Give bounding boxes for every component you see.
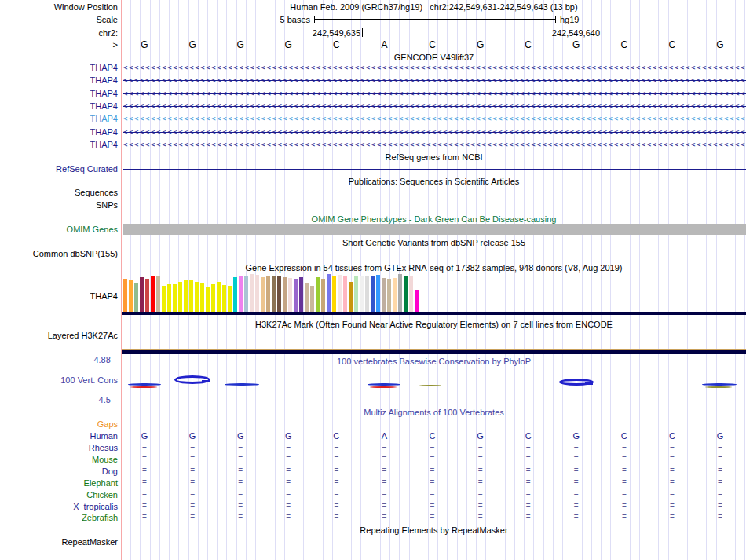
gtex-expression-bar bbox=[376, 275, 380, 312]
multiz-human-row[interactable]: GGGGCACGCGCCG bbox=[122, 431, 746, 441]
gtex-expression-bar bbox=[244, 276, 248, 312]
align-identity-mark: = bbox=[330, 478, 342, 486]
gencode-gene-row[interactable]: <<<<<<<<<<<<<<<<<<<<<<<<<<<<<<<<<<<<<<<<… bbox=[123, 77, 746, 83]
multiz-title[interactable]: Multiz Alignments of 100 Vertebrates bbox=[122, 408, 746, 417]
align-base-letter: C bbox=[329, 431, 343, 441]
gtex-title[interactable]: Gene Expression in 54 tissues from GTEx … bbox=[122, 263, 746, 273]
align-identity-mark: = bbox=[618, 501, 631, 510]
gtex-expression-bar bbox=[156, 276, 160, 312]
track-label-layered-h3k27ac[interactable]: Layered H3K27Ac bbox=[0, 331, 119, 340]
track-label-refseq-curated[interactable]: RefSeq Curated bbox=[0, 164, 119, 174]
multiz-alignment-row[interactable]: ============= bbox=[122, 489, 746, 500]
align-identity-mark: = bbox=[570, 489, 583, 498]
multiz-species-label[interactable]: Human bbox=[0, 431, 119, 441]
gencode-gene-label[interactable]: THAP4 bbox=[0, 101, 119, 111]
multiz-alignment-row[interactable]: ============= bbox=[122, 478, 746, 488]
gtex-expression-bar bbox=[206, 287, 210, 312]
multiz-alignment-row[interactable]: ============= bbox=[122, 512, 746, 522]
align-base-letter: C bbox=[521, 431, 536, 441]
gencode-gene-label[interactable]: THAP4 bbox=[0, 89, 119, 98]
multiz-alignment-row[interactable]: ============= bbox=[122, 501, 746, 511]
dbsnp-title[interactable]: Short Genetic Variants from dbSNP releas… bbox=[122, 238, 746, 247]
gencode-gene-label[interactable]: THAP4 bbox=[0, 63, 119, 72]
multiz-alignment-row[interactable]: ============= bbox=[122, 454, 746, 464]
gtex-expression-bar bbox=[151, 276, 155, 312]
align-identity-mark: = bbox=[618, 466, 631, 474]
conservation-glyph-neg bbox=[705, 386, 732, 388]
align-identity-mark: = bbox=[378, 454, 390, 463]
conservation-glyph-g bbox=[559, 379, 594, 386]
gtex-expression-bar bbox=[140, 277, 144, 312]
multiz-species-label[interactable]: Chicken bbox=[0, 490, 119, 500]
track-label-sequences[interactable]: Sequences bbox=[0, 188, 119, 197]
gencode-gene-label[interactable]: THAP4 bbox=[0, 114, 119, 123]
align-identity-mark: = bbox=[474, 442, 487, 451]
gtex-expression-bar bbox=[299, 277, 303, 312]
gtex-expression-bar bbox=[387, 279, 391, 312]
track-label-gtex-gene[interactable]: THAP4 bbox=[0, 291, 119, 301]
h3k27ac-title[interactable]: H3K27Ac Mark (Often Found Near Active Re… bbox=[122, 320, 746, 329]
gtex-expression-bar bbox=[409, 276, 413, 312]
gencode-gene-row[interactable]: <<<<<<<<<<<<<<<<<<<<<<<<<<<<<<<<<<<<<<<<… bbox=[123, 90, 746, 97]
gencode-gene-row[interactable]: <<<<<<<<<<<<<<<<<<<<<<<<<<<<<<<<<<<<<<<<… bbox=[123, 103, 746, 109]
gencode-title[interactable]: GENCODE V49lift37 bbox=[122, 53, 746, 62]
align-identity-mark: = bbox=[378, 442, 390, 451]
align-identity-mark: = bbox=[282, 501, 294, 510]
gencode-gene-row[interactable]: <<<<<<<<<<<<<<<<<<<<<<<<<<<<<<<<<<<<<<<<… bbox=[123, 115, 746, 122]
align-identity-mark: = bbox=[570, 442, 583, 451]
gtex-expression-bar bbox=[255, 275, 259, 312]
ruler-base-letter: G bbox=[281, 39, 295, 50]
multiz-alignment-row[interactable]: ============= bbox=[122, 466, 746, 476]
align-identity-mark: = bbox=[426, 454, 438, 463]
multiz-species-label[interactable]: Elephant bbox=[0, 478, 119, 488]
align-identity-mark: = bbox=[522, 442, 535, 451]
omim-gene-bar[interactable] bbox=[123, 224, 746, 235]
multiz-species-label[interactable]: Dog bbox=[0, 467, 119, 476]
gtex-expression-bar bbox=[277, 276, 281, 312]
multiz-species-label[interactable]: X_tropicalis bbox=[0, 502, 119, 511]
align-identity-mark: = bbox=[618, 478, 631, 486]
conservation-glyph-neg bbox=[130, 386, 157, 388]
gencode-gene-row[interactable]: <<<<<<<<<<<<<<<<<<<<<<<<<<<<<<<<<<<<<<<<… bbox=[123, 141, 746, 148]
multiz-alignment-row[interactable]: ============= bbox=[122, 442, 746, 452]
align-base-letter: G bbox=[233, 431, 247, 441]
track-label-omim-genes[interactable]: OMIM Genes bbox=[0, 225, 119, 234]
gtex-expression-bar bbox=[338, 275, 342, 312]
multiz-species-label[interactable]: Gaps bbox=[0, 419, 119, 429]
multiz-species-label[interactable]: Zebrafish bbox=[0, 513, 119, 522]
repeatmasker-title[interactable]: Repeating Elements by RepeatMasker bbox=[122, 525, 746, 535]
window-position-label: Window Position bbox=[0, 2, 119, 12]
multiz-species-label[interactable]: Mouse bbox=[0, 455, 119, 464]
position-title: Human Feb. 2009 (GRCh37/hg19) chr2:242,5… bbox=[122, 2, 746, 12]
omim-title[interactable]: OMIM Gene Phenotypes - Dark Green Can Be… bbox=[122, 214, 746, 224]
publications-title[interactable]: Publications: Sequences in Scientific Ar… bbox=[122, 177, 746, 186]
track-label-snps[interactable]: SNPs bbox=[0, 200, 119, 210]
gtex-barchart[interactable] bbox=[123, 274, 422, 312]
align-identity-mark: = bbox=[474, 512, 487, 521]
align-identity-mark: = bbox=[570, 512, 583, 521]
gtex-expression-bar bbox=[316, 277, 320, 312]
align-identity-mark: = bbox=[666, 489, 678, 498]
align-identity-mark: = bbox=[234, 512, 247, 521]
track-label-100-vert-cons[interactable]: 100 Vert. Cons bbox=[0, 375, 119, 385]
align-base-letter: G bbox=[713, 431, 727, 441]
ruler-base-letter: G bbox=[569, 39, 583, 50]
gencode-gene-row[interactable]: <<<<<<<<<<<<<<<<<<<<<<<<<<<<<<<<<<<<<<<<… bbox=[123, 64, 746, 71]
gtex-expression-bar bbox=[349, 282, 353, 312]
align-identity-mark: = bbox=[666, 442, 678, 451]
gtex-expression-bar bbox=[178, 282, 182, 312]
gencode-gene-label[interactable]: THAP4 bbox=[0, 75, 119, 85]
gencode-gene-row[interactable]: <<<<<<<<<<<<<<<<<<<<<<<<<<<<<<<<<<<<<<<<… bbox=[123, 129, 746, 135]
refseq-title[interactable]: RefSeq genes from NCBI bbox=[122, 152, 746, 162]
track-label-repeatmasker[interactable]: RepeatMasker bbox=[0, 537, 119, 547]
track-label-common-dbsnp[interactable]: Common dbSNP(155) bbox=[0, 249, 119, 258]
align-identity-mark: = bbox=[282, 442, 294, 451]
align-identity-mark: = bbox=[714, 454, 726, 463]
refseq-curated-line[interactable] bbox=[123, 169, 746, 170]
conservation-title[interactable]: 100 vertebrates Basewise Conservation by… bbox=[122, 357, 746, 366]
align-identity-mark: = bbox=[186, 478, 199, 486]
gtex-expression-bar bbox=[332, 276, 336, 312]
multiz-species-label[interactable]: Rhesus bbox=[0, 443, 119, 452]
gencode-gene-label[interactable]: THAP4 bbox=[0, 127, 119, 137]
gencode-gene-label[interactable]: THAP4 bbox=[0, 140, 119, 149]
